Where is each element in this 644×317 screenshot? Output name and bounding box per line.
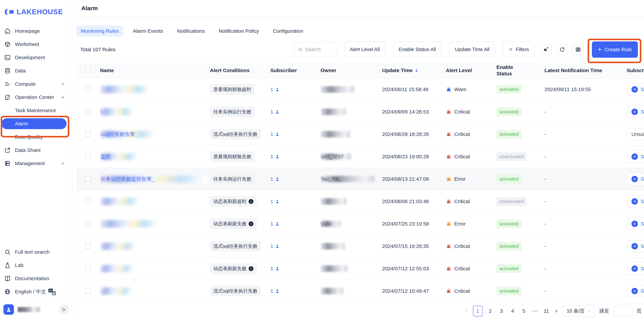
tab-alarm-events[interactable]: Alarm Events (128, 25, 168, 37)
pagination: 12345•••11 10 条/页 跳至 页 (76, 305, 644, 317)
rule-name-cell[interactable] (100, 235, 210, 257)
row-checkbox[interactable] (85, 198, 91, 204)
redacted-owner (320, 265, 348, 272)
enable-status-badge: activated (496, 219, 522, 228)
select-all-checkbox[interactable] (85, 67, 91, 73)
row-checkbox[interactable] (85, 109, 91, 114)
update-time-filter[interactable]: Update Time All (450, 41, 495, 58)
siren-icon (446, 221, 452, 227)
create-rule-button[interactable]: + Create Rule (592, 41, 638, 58)
sidebar-item-development[interactable]: Development (0, 51, 72, 64)
search-box[interactable] (294, 42, 336, 57)
avatar[interactable] (4, 304, 14, 315)
subscriber-count[interactable]: 1 (270, 131, 280, 137)
row-checkbox[interactable] (85, 131, 91, 137)
enable-status-filter[interactable]: Enable Status All (393, 41, 442, 58)
subscribe-button[interactable]: + Subscribe (627, 285, 644, 297)
sidebar-item-language[interactable]: English / 中文 En 中 (0, 285, 72, 298)
owner-cell (320, 190, 382, 213)
subscribe-button[interactable]: + Subscribe (627, 173, 644, 185)
page-number-4[interactable]: 4 (509, 306, 516, 316)
clear-filters-button[interactable] (540, 44, 552, 55)
subscriber-count[interactable]: 1 (270, 199, 280, 204)
sidebar-item-worksheet[interactable]: Worksheet (0, 38, 72, 51)
sidebar-item-label: Homepage (15, 28, 40, 34)
plus-icon: + (632, 109, 638, 115)
row-checkbox[interactable] (85, 288, 91, 294)
subscriber-count[interactable]: 1 (270, 176, 280, 182)
page-number-2[interactable]: 2 (487, 306, 494, 316)
rule-name-cell[interactable] (100, 258, 210, 280)
sidebar-item-label: Worksheet (15, 41, 39, 47)
next-page-button[interactable] (554, 309, 558, 313)
sidebar-item-data[interactable]: Data (0, 64, 72, 77)
rule-name-fragment: 监控 (101, 153, 111, 160)
rule-name-cell[interactable] (100, 280, 210, 302)
sidebar-item-operation-center[interactable]: Operation Center (0, 91, 72, 104)
sidebar-item-alarm-active[interactable]: Alarm (1, 118, 66, 129)
page-number-1[interactable]: 1 (473, 306, 482, 316)
rule-name-cell[interactable]: ci运行失败告警 (100, 123, 210, 145)
sidebar-item-management[interactable]: Management (0, 157, 72, 170)
page-number-5[interactable]: 5 (520, 306, 527, 316)
rule-name-cell[interactable] (100, 213, 210, 235)
tab-monitoring-rules[interactable]: Monitoring Rules (76, 25, 123, 37)
refresh-button[interactable] (556, 44, 568, 55)
subscriber-count[interactable]: 1 (270, 86, 280, 92)
column-settings-button[interactable] (572, 44, 584, 55)
subscribe-button[interactable]: + Subscribe (627, 83, 644, 95)
page-number-11[interactable]: 11 (543, 306, 550, 316)
previous-page-button[interactable] (464, 309, 468, 313)
row-checkbox[interactable] (85, 243, 91, 249)
rule-name-cell[interactable]: \ (100, 101, 210, 123)
subscribe-button[interactable]: + Subscribe (627, 195, 644, 208)
sidebar-item-label: Task Maintenance (15, 108, 56, 113)
sidebar-item-task-maintenance[interactable]: Task Maintenance (0, 104, 72, 117)
row-checkbox[interactable] (85, 176, 91, 182)
subscribe-button[interactable]: + Subscribe (627, 106, 644, 118)
tab-notifications[interactable]: Notifications (173, 25, 209, 37)
subscriber-count[interactable]: 1 (270, 243, 280, 249)
globe-icon (4, 288, 11, 296)
info-icon: i (249, 222, 254, 226)
row-checkbox[interactable] (85, 153, 91, 159)
update-time-cell: 2024/07/12 10:49:47 (382, 288, 446, 294)
jump-to-page-input[interactable] (614, 306, 632, 317)
search-input[interactable] (305, 47, 330, 52)
sidebar-item-data-quality[interactable]: Data Quality (0, 130, 72, 144)
tab-notification-policy[interactable]: Notification Policy (214, 25, 264, 37)
subscribe-button[interactable]: + Subscribe (627, 240, 644, 252)
rule-name-cell[interactable]: 监控 (100, 146, 210, 168)
sidebar-item-homepage[interactable]: Homepage (0, 24, 72, 38)
redacted-rule-name (100, 287, 133, 295)
rule-name-cell[interactable] (100, 190, 210, 213)
col-update-time[interactable]: Update Time (382, 67, 446, 73)
sidebar-collapse-button[interactable] (59, 305, 68, 314)
app-root: LAKEHOUSE Homepage Worksheet Development (0, 0, 644, 317)
sidebar-item-lab[interactable]: Lab (0, 259, 72, 272)
lakehouse-logo-icon (4, 8, 14, 15)
row-checkbox[interactable] (85, 221, 91, 226)
subscribe-button[interactable]: + Unsubscribe (627, 128, 644, 140)
subscriber-count[interactable]: 1 (270, 109, 280, 115)
sidebar-item-data-share[interactable]: Data Share (0, 144, 72, 157)
subscriber-count[interactable]: 1 (270, 154, 280, 160)
rule-name-cell[interactable]: 任务运行失败监控告警_ (100, 168, 210, 190)
subscriber-count[interactable]: 1 (270, 288, 280, 294)
filters-button[interactable]: Filters (503, 41, 534, 58)
sidebar-item-compute[interactable]: Compute (0, 77, 72, 91)
subscriber-count[interactable]: 1 (270, 221, 280, 227)
tab-configuration[interactable]: Configuration (268, 25, 308, 37)
rule-name-cell[interactable] (100, 78, 210, 100)
sidebar-item-full-text-search[interactable]: Full text search (0, 245, 72, 259)
page-number-3[interactable]: 3 (498, 306, 505, 316)
subscribe-button[interactable]: + Subscribe (627, 151, 644, 163)
subscriber-count[interactable]: 1 (270, 266, 280, 272)
alert-level-filter[interactable]: Alert Level All (344, 41, 385, 58)
row-checkbox[interactable] (85, 265, 91, 271)
row-checkbox[interactable] (85, 86, 91, 92)
subscribe-button[interactable]: + Subscribe (627, 218, 644, 230)
page-size-select[interactable]: 10 条/页 (563, 306, 595, 317)
sidebar-item-documentation[interactable]: Documentation (0, 272, 72, 285)
subscribe-button[interactable]: + Subscribe (627, 263, 644, 275)
